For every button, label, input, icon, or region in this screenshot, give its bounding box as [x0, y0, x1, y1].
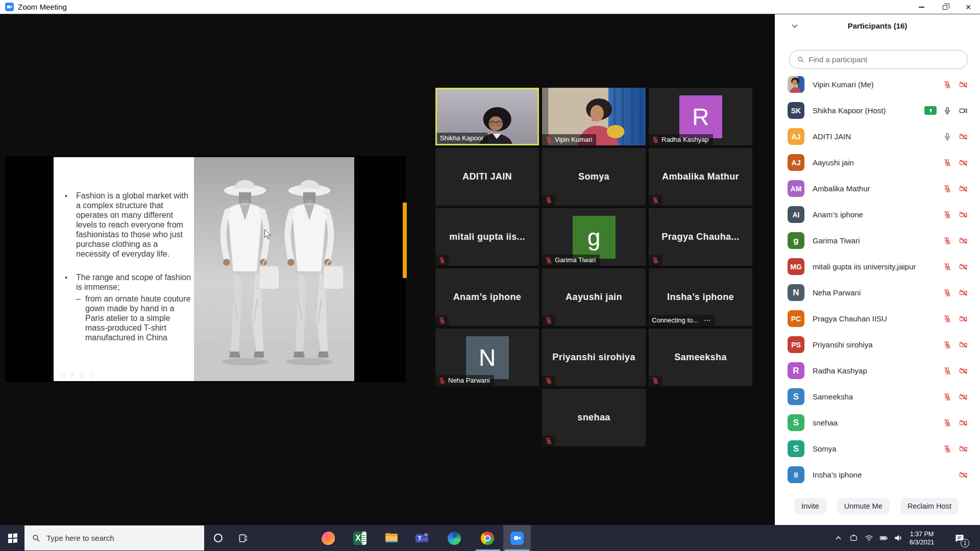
video-tile[interactable]: Priyanshi sirohiya — [542, 329, 646, 386]
taskbar-search[interactable]: Type here to search — [24, 525, 204, 550]
video-tile[interactable]: ADITI JAIN — [435, 148, 539, 206]
mic-off-icon — [438, 377, 446, 384]
participant-row[interactable]: AMAmbalika Mathur — [775, 176, 980, 202]
slide-menu-icon[interactable]: ☰ — [80, 372, 85, 379]
participant-row[interactable]: IIInsha’s iphone — [775, 462, 980, 488]
cam-off-icon — [958, 237, 969, 245]
mic-off-icon — [943, 315, 951, 323]
video-tile[interactable]: Anam’s iphone — [435, 268, 539, 326]
cam-off-icon — [958, 315, 969, 323]
video-tile[interactable]: Vipin Kumari — [542, 88, 646, 145]
participant-row[interactable]: PSPriyanshi sirohiya — [775, 332, 980, 358]
tile-name-label: Garima Tiwari — [542, 255, 600, 266]
action-center-button[interactable]: 1 — [948, 525, 971, 551]
chrome-taskbar-button[interactable] — [476, 525, 499, 551]
next-slide-icon[interactable]: ▷ — [90, 372, 95, 379]
task-view-button[interactable] — [232, 525, 255, 551]
video-tile[interactable]: NNeha Parwani — [435, 329, 539, 386]
video-tile[interactable]: Sameeksha — [649, 329, 752, 386]
participant-row[interactable]: gGarima Tiwari — [775, 228, 980, 254]
tile-name: Ambalika Mathur — [649, 148, 752, 206]
windows-taskbar: Type here to search X T — [0, 525, 980, 551]
unmute-me-button[interactable]: Unmute Me — [837, 498, 890, 514]
tile-name: Sameeksha — [649, 329, 752, 386]
avatar: S — [788, 414, 804, 431]
participant-row[interactable]: NNeha Parwani — [775, 280, 980, 306]
invite-button[interactable]: Invite — [794, 498, 826, 514]
participant-row[interactable]: AJAayushi jain — [775, 149, 980, 176]
video-tile[interactable]: RRadha Kashyap — [649, 88, 752, 145]
participant-row[interactable]: RRadha Kashyap — [775, 358, 980, 384]
tray-wifi-button[interactable] — [862, 525, 876, 551]
prev-slide-icon[interactable]: ◁ — [60, 372, 64, 379]
cam-off-icon — [958, 393, 969, 401]
reclaim-host-button[interactable]: Reclaim Host — [900, 498, 959, 514]
taskbar-clock[interactable]: 1:37 PM 6/3/2021 — [902, 525, 941, 551]
participant-row[interactable]: Vipin Kumari (Me) — [775, 71, 980, 97]
restore-button[interactable] — [933, 0, 957, 14]
mic-off-icon — [943, 419, 951, 427]
participant-status-icons — [943, 419, 969, 427]
video-tile[interactable]: Pragya Chauha... — [649, 208, 752, 266]
video-tile[interactable]: Shikha Kapoor — [435, 88, 539, 145]
video-tile[interactable]: mitali gupta iis... — [435, 208, 539, 266]
avatar: g — [788, 232, 804, 249]
video-tile[interactable]: gGarima Tiwari — [542, 208, 646, 266]
avatar: R — [679, 95, 722, 138]
tile-name-label: Radha Kashyap — [649, 134, 713, 145]
participant-row[interactable]: Ssnehaa — [775, 410, 980, 436]
close-button[interactable]: ✕ — [957, 0, 980, 14]
collapse-panel-button[interactable] — [790, 21, 799, 31]
participant-status-icons — [943, 445, 969, 453]
avatar: AM — [788, 180, 804, 197]
video-grid: Shikha Kapoor Vipin KumariRRadha Kashyap… — [435, 88, 752, 446]
cam-off-icon — [958, 419, 969, 427]
file-explorer-icon — [385, 532, 398, 545]
participant-row[interactable]: AJADITI JAIN — [775, 123, 980, 149]
more-options-icon[interactable]: ⋯ — [704, 316, 711, 324]
tray-chevron-button[interactable] — [831, 525, 845, 551]
mic-off-icon — [438, 317, 446, 324]
start-button[interactable] — [0, 525, 24, 551]
avatar: PS — [788, 336, 804, 353]
participant-row[interactable]: SSomya — [775, 436, 980, 462]
avatar: SK — [788, 102, 804, 119]
cortana-button[interactable] — [207, 525, 229, 551]
video-tile[interactable]: Aayushi jain — [542, 268, 646, 326]
video-tile[interactable]: snehaa — [542, 389, 646, 446]
mic-off-icon — [943, 393, 951, 401]
tray-meet-now-button[interactable] — [846, 525, 861, 551]
clock-time: 1:37 PM — [910, 530, 934, 538]
participant-row[interactable]: MGmitali gupta iis university,jaipur — [775, 254, 980, 280]
teams-taskbar-button[interactable]: T — [411, 525, 433, 551]
mic-on-icon — [943, 107, 951, 115]
minimize-button[interactable] — [910, 0, 933, 14]
pen-tool-icon[interactable]: ✐ — [69, 372, 75, 379]
participant-row[interactable]: SKShikha Kapoor (Host) — [775, 97, 980, 123]
participant-row[interactable]: PCPragya Chauhan IISU — [775, 306, 980, 332]
video-tile[interactable]: Insha’s iphoneConnecting to...⋯ — [649, 268, 752, 326]
mic-off-icon — [943, 159, 951, 167]
participant-name: Pragya Chauhan IISU — [813, 314, 943, 323]
participant-row[interactable]: AIAnam’s iphone — [775, 202, 980, 228]
cam-off-icon — [958, 211, 969, 219]
tray-battery-button[interactable] — [876, 525, 891, 551]
avatar: AI — [788, 206, 804, 223]
participant-name: Ambalika Mathur — [813, 184, 943, 193]
tile-name: mitali gupta iis... — [435, 208, 539, 266]
video-tile[interactable]: Ambalika Mathur — [649, 148, 752, 206]
participant-row[interactable]: SSameeksha — [775, 384, 980, 410]
slide-bullet-2-sub: from an ornate haute couture gown made b… — [85, 294, 193, 342]
excel-taskbar-button[interactable]: X — [349, 525, 371, 551]
participant-name: Anam’s iphone — [813, 210, 943, 219]
file-explorer-taskbar-button[interactable] — [380, 525, 403, 551]
taskbar-search-placeholder: Type here to search — [46, 534, 114, 542]
video-tile[interactable]: Somya — [542, 148, 646, 206]
tile-name: Pragya Chauha... — [649, 208, 752, 266]
edge-taskbar-button[interactable] — [443, 525, 465, 551]
firefox-taskbar-button[interactable] — [317, 525, 339, 551]
search-input[interactable] — [808, 55, 960, 64]
cam-off-icon — [958, 471, 969, 479]
participant-search-box[interactable] — [789, 50, 968, 69]
zoom-taskbar-button[interactable] — [503, 525, 531, 551]
